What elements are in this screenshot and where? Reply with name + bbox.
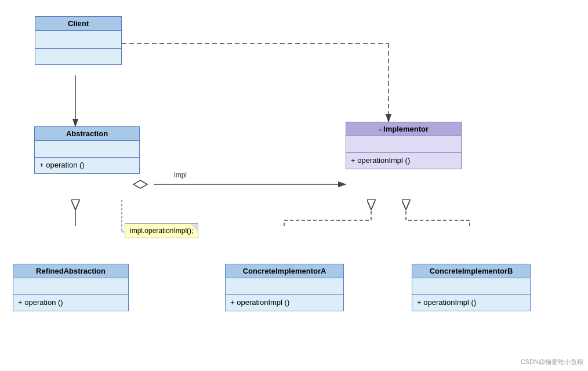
refined-abstraction-body <box>13 278 128 294</box>
abstraction-class: Abstraction + operation () <box>34 126 140 174</box>
implementor-class: ○Implementor + operationImpl () <box>346 122 462 169</box>
note-box: impl.operationImpl(); <box>125 223 198 238</box>
abstraction-body <box>35 141 139 157</box>
concrete-implementor-a-name: ConcreteImplementorA <box>243 267 326 275</box>
abstraction-section: + operation () <box>35 157 139 173</box>
concrete-implementor-a-section: + operationImpl () <box>226 294 343 311</box>
implementor-class-header: ○Implementor <box>346 122 461 136</box>
client-class: Client <box>35 16 122 65</box>
concrete-implementor-b-header: ConcreteImplementorB <box>412 264 530 278</box>
watermark: CSDN@猫爱吃小鱼粮 <box>521 358 583 366</box>
implementor-body <box>346 136 461 152</box>
refined-abstraction-section: + operation () <box>13 294 128 311</box>
client-section <box>35 48 121 64</box>
abstraction-name: Abstraction <box>66 129 108 138</box>
concrete-implementor-b-operation: + operationImpl () <box>417 298 476 307</box>
concrete-implementor-a-header: ConcreteImplementorA <box>226 264 343 278</box>
refined-abstraction-operation: + operation () <box>18 298 63 307</box>
client-class-header: Client <box>35 17 121 31</box>
concrete-implementor-b-class: ConcreteImplementorB + operationImpl () <box>412 264 531 311</box>
implementor-section: + operationImpl () <box>346 152 461 169</box>
refined-abstraction-name: RefinedAbstraction <box>36 267 106 275</box>
implementor-operation: + operationImpl () <box>351 156 410 165</box>
refined-abstraction-class: RefinedAbstraction + operation () <box>13 264 129 311</box>
impl-label: impl <box>174 171 187 179</box>
concrete-implementor-b-name: ConcreteImplementorB <box>430 267 513 275</box>
client-body <box>35 31 121 48</box>
interface-icon: ○ <box>379 126 382 133</box>
client-name: Client <box>68 19 89 28</box>
concrete-implementor-a-body <box>226 278 343 294</box>
implementor-name: Implementor <box>383 125 429 133</box>
abstraction-class-header: Abstraction <box>35 127 139 141</box>
diagram-canvas: Client Abstraction + operation () impl ○… <box>0 0 588 371</box>
abstraction-operation: + operation () <box>39 161 85 169</box>
note-text: impl.operationImpl(); <box>130 227 193 235</box>
refined-abstraction-header: RefinedAbstraction <box>13 264 128 278</box>
concrete-implementor-b-section: + operationImpl () <box>412 294 530 311</box>
concrete-implementor-a-class: ConcreteImplementorA + operationImpl () <box>225 264 344 311</box>
concrete-implementor-b-body <box>412 278 530 294</box>
concrete-implementor-a-operation: + operationImpl () <box>230 298 289 307</box>
svg-marker-17 <box>133 180 147 188</box>
